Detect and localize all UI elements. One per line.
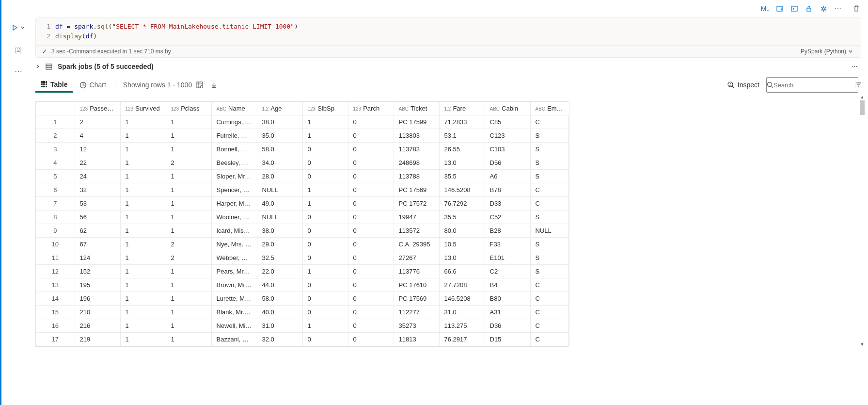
cell[interactable]: 22 — [75, 156, 120, 170]
cell[interactable]: Icard, Miss. … — [211, 224, 257, 238]
expand-spark-jobs[interactable] — [35, 64, 40, 69]
cell[interactable]: 113788 — [394, 170, 439, 183]
cell[interactable]: PC 17599 — [394, 115, 439, 129]
search-input[interactable] — [773, 81, 855, 89]
cell[interactable]: 152 — [75, 265, 120, 278]
cell[interactable]: 219 — [75, 333, 120, 346]
cell[interactable]: 71.2833 — [439, 115, 485, 129]
cell[interactable]: 1 — [166, 278, 211, 292]
table-row[interactable]: 63211Spencer, Mr.…NULL10PC 17569146.5208… — [36, 183, 569, 197]
cell[interactable]: 1 — [166, 292, 211, 306]
cell[interactable]: 0 — [302, 306, 348, 319]
cell[interactable]: 67 — [75, 238, 120, 251]
cell[interactable]: C — [530, 319, 569, 333]
cell[interactable]: C — [530, 115, 569, 129]
table-row[interactable]: 52411Sloper, Mr. …28.00011378835.5A6S — [36, 170, 569, 183]
cell[interactable]: 49.0 — [257, 197, 302, 211]
table-row[interactable]: 96211Icard, Miss. …38.00011357280.0B28NU… — [36, 224, 569, 238]
column-header[interactable] — [36, 102, 75, 115]
cell[interactable]: 0 — [302, 333, 348, 346]
cell[interactable]: Woolner, M… — [211, 211, 257, 224]
cell[interactable]: 124 — [75, 251, 120, 265]
data-grid[interactable]: 123Passenger…123Survived123PclassABCName… — [35, 101, 568, 347]
cell[interactable]: 0 — [302, 224, 348, 238]
freeze-icon[interactable]: ✲ — [817, 3, 830, 15]
cell[interactable]: S — [530, 211, 569, 224]
cell[interactable]: C52 — [485, 211, 530, 224]
table-row[interactable]: 31211Bonnell, Mis…58.00011378326.55C103S — [36, 143, 569, 156]
cell[interactable]: 1 — [166, 265, 211, 278]
cell[interactable]: 1 — [120, 251, 166, 265]
cell[interactable]: 113803 — [394, 129, 439, 143]
cell[interactable]: E101 — [485, 251, 530, 265]
cell[interactable]: 66.6 — [439, 265, 485, 278]
cell[interactable]: A31 — [485, 306, 530, 319]
column-header[interactable]: 1.2Age — [257, 102, 302, 115]
cell[interactable]: Sloper, Mr. … — [211, 170, 257, 183]
cell[interactable]: Nye, Mrs. (E… — [211, 238, 257, 251]
cell[interactable]: 27267 — [394, 251, 439, 265]
cell[interactable]: 1 — [166, 333, 211, 346]
column-header[interactable]: ABCCabin — [485, 102, 530, 115]
cell[interactable]: 0 — [348, 238, 394, 251]
table-row[interactable]: 106712Nye, Mrs. (E…29.000C.A. 2939510.5F… — [36, 238, 569, 251]
cell[interactable]: 0 — [348, 333, 394, 346]
cell[interactable]: 0 — [348, 278, 394, 292]
search-box[interactable] — [766, 77, 858, 93]
cell[interactable]: 0 — [302, 292, 348, 306]
cell[interactable]: 146.5208 — [439, 183, 485, 197]
column-header[interactable]: ABCTicket — [394, 102, 439, 115]
cell[interactable]: 1 — [166, 319, 211, 333]
cell[interactable]: S — [530, 265, 569, 278]
cell[interactable]: Bonnell, Mis… — [211, 143, 257, 156]
cell[interactable]: 2 — [166, 156, 211, 170]
cell[interactable]: 1 — [302, 115, 348, 129]
delete-cell-icon[interactable] — [850, 3, 863, 15]
cell[interactable]: 35.5 — [439, 211, 485, 224]
cell[interactable]: 29.0 — [257, 238, 302, 251]
cell[interactable]: B4 — [485, 278, 530, 292]
cell[interactable]: 0 — [302, 143, 348, 156]
cell[interactable]: Spencer, Mr.… — [211, 183, 257, 197]
cell[interactable]: 27.7208 — [439, 278, 485, 292]
output-options[interactable]: ⋯ — [1, 58, 35, 76]
cell[interactable]: S — [530, 170, 569, 183]
cell[interactable]: 35.5 — [439, 170, 485, 183]
cell[interactable]: C.A. 29395 — [394, 238, 439, 251]
cell[interactable]: 32.5 — [257, 251, 302, 265]
cell[interactable]: Cumings, M… — [211, 115, 257, 129]
cell[interactable]: 195 — [75, 278, 120, 292]
column-header[interactable]: 123Parch — [348, 102, 394, 115]
cell[interactable]: NULL — [257, 183, 302, 197]
cell[interactable]: 1 — [120, 197, 166, 211]
cell[interactable]: 32.0 — [257, 333, 302, 346]
column-header[interactable]: 123SibSp — [302, 102, 348, 115]
cell[interactable]: 1 — [120, 306, 166, 319]
cell[interactable]: 1 — [302, 197, 348, 211]
cell[interactable]: 0 — [348, 224, 394, 238]
cell[interactable]: 0 — [348, 306, 394, 319]
cell[interactable]: C103 — [485, 143, 530, 156]
cell[interactable]: 10.5 — [439, 238, 485, 251]
tab-table[interactable]: Table — [35, 78, 73, 93]
cell[interactable]: 2 — [75, 115, 120, 129]
cell[interactable]: B80 — [485, 292, 530, 306]
cell[interactable]: 1 — [166, 183, 211, 197]
table-row[interactable]: 1621611Newell, Mis…31.01035273113.275D36… — [36, 319, 569, 333]
cell[interactable]: 0 — [302, 278, 348, 292]
table-row[interactable]: 42212Beesley, Mr.…34.00024869813.0D56S — [36, 156, 569, 170]
cell[interactable]: Webber, Mi… — [211, 251, 257, 265]
cell[interactable]: 53 — [75, 197, 120, 211]
cell[interactable]: PC 17569 — [394, 183, 439, 197]
lock-icon[interactable] — [802, 3, 816, 15]
cell[interactable]: D56 — [485, 156, 530, 170]
convert-cell-icon[interactable] — [773, 3, 787, 15]
cell[interactable]: Brown, Mrs. … — [211, 278, 257, 292]
cell[interactable]: 1 — [166, 143, 211, 156]
table-settings-icon[interactable] — [196, 81, 208, 89]
cell[interactable]: 13.0 — [439, 251, 485, 265]
cell[interactable]: 1 — [302, 265, 348, 278]
cell[interactable]: S — [530, 251, 569, 265]
inspect-button[interactable]: Inspect — [722, 78, 764, 92]
cell[interactable]: 58.0 — [257, 143, 302, 156]
